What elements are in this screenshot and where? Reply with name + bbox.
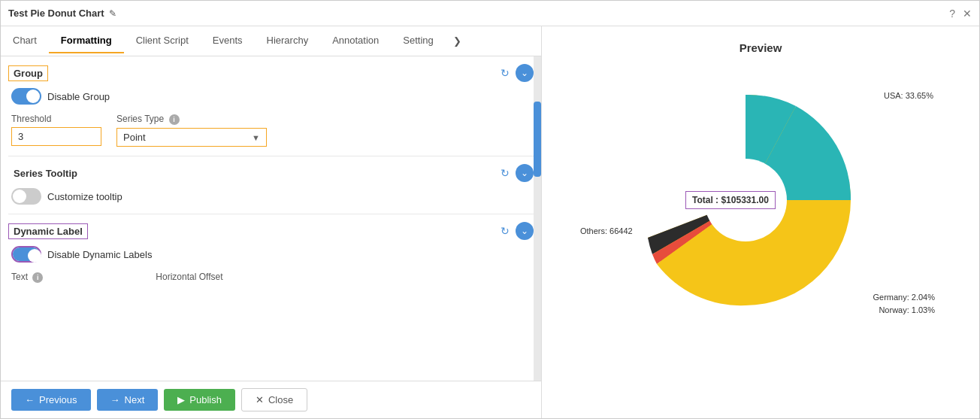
series-tooltip-title: Series Tooltip bbox=[8, 165, 83, 181]
series-type-group: Series Type i Point Line Bar ▼ bbox=[116, 114, 267, 147]
series-type-label: Series Type i bbox=[116, 114, 267, 125]
series-tooltip-header: Series Tooltip ↻ ⌄ bbox=[8, 164, 534, 182]
scrollbar-thumb[interactable] bbox=[534, 102, 541, 177]
horizontal-offset-label: Horizontal Offset bbox=[156, 272, 222, 282]
left-panel: Chart Formatting Client Script Events Hi… bbox=[1, 26, 542, 418]
series-tooltip-actions: ↻ ⌄ bbox=[501, 164, 534, 182]
disable-dynamic-labels-toggle[interactable] bbox=[11, 246, 41, 263]
group-collapse-btn[interactable]: ⌄ bbox=[516, 64, 534, 82]
tab-events[interactable]: Events bbox=[201, 29, 255, 53]
group-section-actions: ↻ ⌄ bbox=[501, 64, 534, 82]
panel-body: Group ↻ ⌄ Disable Group bbox=[1, 56, 541, 381]
close-icon: ✕ bbox=[256, 394, 264, 405]
dynamic-label-collapse-btn[interactable]: ⌄ bbox=[516, 222, 534, 240]
tab-hierarchy[interactable]: Hierarchy bbox=[255, 29, 321, 53]
customize-tooltip-label: Customize tooltip bbox=[47, 191, 122, 202]
previous-button[interactable]: ← Previous bbox=[11, 389, 91, 411]
disable-group-row: Disable Group bbox=[11, 88, 531, 105]
scrollbar[interactable] bbox=[534, 56, 541, 381]
title-bar: Test Pie Donut Chart ✎ ? ✕ bbox=[1, 1, 979, 26]
group-section-title: Group bbox=[8, 65, 48, 81]
preview-title: Preview bbox=[740, 41, 782, 54]
title-right: ? ✕ bbox=[949, 8, 972, 20]
horizontal-offset-group: Horizontal Offset bbox=[156, 272, 222, 283]
disable-group-toggle[interactable] bbox=[11, 88, 41, 105]
divider-1 bbox=[8, 156, 534, 156]
threshold-label: Threshold bbox=[11, 114, 101, 124]
germany-label: Germany: 2.04% bbox=[873, 293, 935, 302]
disable-dynamic-labels-label: Disable Dynamic Labels bbox=[47, 249, 152, 260]
chart-container: USA: 33.65% Others: 66442 Germany: 2.04%… bbox=[573, 65, 948, 366]
help-icon[interactable]: ? bbox=[949, 8, 955, 20]
next-arrow-icon: → bbox=[110, 394, 120, 405]
disable-group-label: Disable Group bbox=[47, 91, 110, 102]
series-type-select[interactable]: Point Line Bar bbox=[117, 129, 266, 146]
close-button[interactable]: ✕ Close bbox=[241, 388, 307, 411]
tabs-bar: Chart Formatting Client Script Events Hi… bbox=[1, 26, 541, 56]
dynamic-label-content: Disable Dynamic Labels Text i Horizontal… bbox=[8, 246, 534, 283]
group-section-header: Group ↻ ⌄ bbox=[8, 64, 534, 82]
customize-tooltip-toggle[interactable] bbox=[11, 188, 41, 205]
text-group: Text i bbox=[11, 272, 43, 283]
group-section-content: Disable Group Threshold Series Type i bbox=[8, 88, 534, 147]
right-panel: Preview bbox=[542, 26, 979, 418]
tooltip-collapse-btn[interactable]: ⌄ bbox=[516, 164, 534, 182]
main-container: Test Pie Donut Chart ✎ ? ✕ Chart Formatt… bbox=[0, 0, 980, 419]
tab-annotation[interactable]: Annotation bbox=[320, 29, 391, 53]
tab-more-icon[interactable]: ❯ bbox=[446, 29, 469, 53]
tab-formatting[interactable]: Formatting bbox=[49, 29, 124, 53]
others-label: Others: 66442 bbox=[580, 226, 633, 235]
series-type-select-wrapper: Point Line Bar ▼ bbox=[116, 128, 267, 147]
chart-title: Test Pie Donut Chart bbox=[8, 8, 104, 19]
tab-chart[interactable]: Chart bbox=[1, 29, 49, 53]
dynamic-label-refresh-icon[interactable]: ↻ bbox=[501, 225, 510, 237]
tab-client-script[interactable]: Client Script bbox=[124, 29, 201, 53]
series-type-info-icon[interactable]: i bbox=[169, 114, 180, 125]
dynamic-label-fields-row: Text i Horizontal Offset bbox=[11, 272, 531, 283]
group-section: Group ↻ ⌄ Disable Group bbox=[8, 64, 534, 147]
norway-label: Norway: 1.03% bbox=[879, 305, 935, 314]
dynamic-label-title: Dynamic Label bbox=[8, 223, 88, 239]
total-box: Total : $105331.00 bbox=[685, 191, 776, 209]
threshold-input[interactable] bbox=[11, 127, 101, 146]
series-tooltip-content: Customize tooltip bbox=[8, 188, 534, 205]
dynamic-label-actions: ↻ ⌄ bbox=[501, 222, 534, 240]
title-left: Test Pie Donut Chart ✎ bbox=[8, 8, 116, 19]
publish-icon: ▶ bbox=[177, 394, 185, 405]
publish-button[interactable]: ▶ Publish bbox=[164, 389, 235, 411]
usa-label: USA: 33.65% bbox=[884, 91, 933, 100]
tab-settings[interactable]: Setting bbox=[391, 29, 445, 53]
bottom-bar: ← Previous → Next ▶ Publish ✕ Close bbox=[1, 381, 541, 418]
group-fields-row: Threshold Series Type i Poi bbox=[11, 114, 531, 147]
edit-icon[interactable]: ✎ bbox=[109, 8, 116, 19]
tooltip-refresh-icon[interactable]: ↻ bbox=[501, 167, 510, 179]
group-refresh-icon[interactable]: ↻ bbox=[501, 67, 510, 79]
customize-tooltip-row: Customize tooltip bbox=[11, 188, 531, 205]
close-window-icon[interactable]: ✕ bbox=[963, 8, 972, 20]
dynamic-label-header: Dynamic Label ↻ ⌄ bbox=[8, 222, 534, 240]
disable-dynamic-labels-row: Disable Dynamic Labels bbox=[11, 246, 531, 263]
text-info-icon[interactable]: i bbox=[32, 272, 43, 283]
content-area: Chart Formatting Client Script Events Hi… bbox=[1, 26, 979, 418]
dynamic-label-section: Dynamic Label ↻ ⌄ Disable Dynamic bbox=[8, 222, 534, 283]
series-tooltip-section: Series Tooltip ↻ ⌄ Customize tool bbox=[8, 164, 534, 205]
threshold-group: Threshold bbox=[11, 114, 101, 147]
next-button[interactable]: → Next bbox=[97, 389, 159, 411]
total-value: Total : $105331.00 bbox=[692, 195, 769, 205]
prev-arrow-icon: ← bbox=[25, 394, 35, 405]
text-label: Text i bbox=[11, 272, 43, 283]
divider-2 bbox=[8, 214, 534, 214]
